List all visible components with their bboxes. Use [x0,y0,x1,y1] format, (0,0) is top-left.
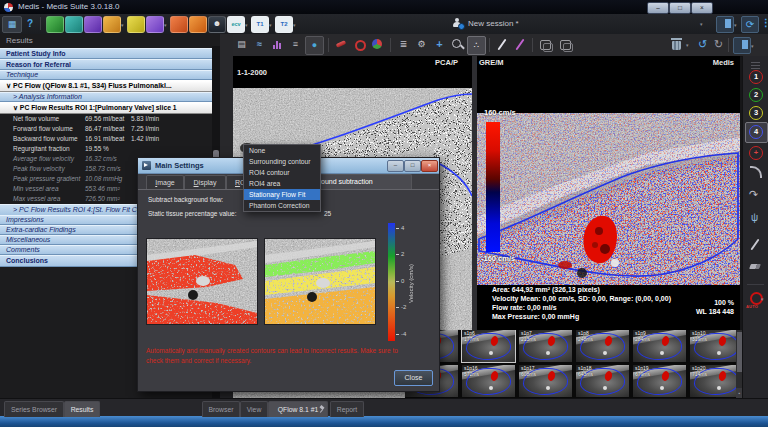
undo-icon[interactable]: ↺ [694,36,711,53]
zoom-icon[interactable] [449,36,466,53]
circle-roi-icon[interactable] [351,36,368,53]
tab-results[interactable]: Results [64,401,100,417]
app-icon-t1[interactable]: T1 [251,16,269,33]
medis-suite-home-button[interactable]: ▦ [2,16,22,33]
maximize-button[interactable]: □ [669,2,691,14]
right-viewport[interactable]: GRE/M Medis 160 cm/s -160 cm/s Area: 644… [477,56,740,330]
close-button[interactable]: × [691,2,713,14]
help-button[interactable]: ? [27,16,33,32]
pin-icon[interactable] [319,405,326,413]
app-icon-4[interactable] [103,16,121,33]
signal-curve-icon[interactable]: ≈ [251,36,268,53]
angle-measure-icon[interactable] [512,36,529,53]
toolbar-handle[interactable] [751,62,760,63]
chevron-down-icon[interactable]: ▾ [686,42,689,48]
chevron-down-icon[interactable]: ▾ [269,22,272,28]
chevron-down-icon[interactable]: ▾ [734,22,737,28]
dropdown-option-none[interactable]: None [244,145,320,156]
propagate-contours-icon[interactable]: ≣ [395,36,412,53]
dialog-maximize-button[interactable]: □ [404,160,421,172]
chevron-down-icon[interactable]: ▾ [761,296,764,302]
chevron-down-icon[interactable]: ▾ [164,22,167,28]
flip-rotate-icon[interactable]: ↷ [749,188,758,201]
chart-icon[interactable] [269,36,286,53]
sidebar-item-reason-for-referral[interactable]: Reason for Referral [0,59,218,70]
add-roi-button[interactable]: + [749,146,763,160]
tab-view[interactable]: View [240,401,268,417]
list-icon[interactable]: ≡ [287,36,304,53]
tab-series-browser[interactable]: Series Browser [4,401,64,417]
delete-trash-icon[interactable] [668,36,685,53]
thumbnail[interactable]: s1p18643ms [576,365,629,397]
app-icon-person[interactable]: ☻ [208,16,226,33]
chevron-down-icon[interactable]: ▾ [751,43,754,49]
roi1-button[interactable]: 1 [749,70,763,84]
filled-circle-icon[interactable]: ● [305,36,324,55]
sidebar-item-analysis-information[interactable]: > Analysis Information [0,92,225,102]
dialog-close-icon[interactable]: × [421,160,438,172]
app-icon-7[interactable] [170,16,188,33]
copy-all-contours-icon[interactable] [557,36,574,53]
dropdown-option-stationary-flow-fit[interactable]: Stationary Flow Fit [244,189,320,200]
app-icon-t2[interactable]: T2 [275,16,293,33]
draw-contour-icon[interactable] [333,36,350,53]
line-tool-icon[interactable] [750,239,759,251]
thumbnail[interactable]: s1p10319ms [690,330,736,362]
chevron-down-icon[interactable]: ▾ [245,22,248,28]
dropdown-option-roi4-contour[interactable]: ROI4 contour [244,167,320,178]
thumbnail[interactable]: s1p7213ms [519,330,572,362]
thumbnail[interactable]: s1p20714ms [690,365,736,397]
eraser-tool-icon[interactable] [749,264,761,269]
app-icon-8[interactable] [189,16,207,33]
pan-icon[interactable]: + [431,36,448,53]
tab-qflow[interactable]: QFlow 8.1 #1 [268,401,328,417]
app-icon-5[interactable] [127,16,145,33]
dropdown-option-phantom-correction[interactable]: Phantom Correction [244,200,320,211]
arc-tool-icon[interactable] [750,166,762,178]
layout-toggle-button[interactable] [716,16,734,33]
sidebar-item-pc-flow-results-roi1[interactable]: ∨ PC Flow Results ROI 1:[Pulmonary Valve… [0,102,225,114]
session-select[interactable]: New session * [468,14,519,34]
unwrap-velocity-icon[interactable]: ψ [751,212,758,223]
copy-contour-icon[interactable] [537,36,554,53]
sidebar-item-pc-flow[interactable]: ∨ PC Flow (QFlow 8.1 #1, S34) Fluss Pulm… [0,80,218,92]
app-icon-3[interactable] [84,16,102,33]
chevron-down-icon[interactable]: ▾ [293,22,296,28]
tab-display[interactable]: Display [184,175,226,189]
chevron-down-icon[interactable]: ▾ [121,22,124,28]
sync-session-button[interactable]: ⟳ [741,16,759,33]
thumbnail[interactable]: s1p16572ms [462,365,515,397]
viewport-layout-button[interactable] [733,37,751,54]
minimize-button[interactable]: – [647,2,669,14]
multi-roi-icon[interactable] [369,36,386,53]
dialog-minimize-button[interactable]: – [387,160,404,172]
thumbnail[interactable]: s1p9284ms [633,330,686,362]
roi3-button[interactable]: 3 [749,106,763,120]
app-icon-6[interactable] [146,16,164,33]
app-icon-ecv[interactable]: ecv [227,16,245,33]
tab-image[interactable]: Image [146,175,184,189]
scatter-tool-icon-active[interactable]: ∴ [467,36,486,55]
session-chevron-down-icon[interactable]: ▾ [700,21,703,27]
thumbnail[interactable]: s1p8248ms [576,330,629,362]
overflow-menu-button[interactable]: ⋮ [761,17,768,28]
app-icon-2[interactable] [65,16,83,33]
dialog-close-button[interactable]: Close [394,370,433,386]
thumbnail-selected[interactable]: s1p6177ms [462,330,515,362]
app-icon-1[interactable] [46,16,64,33]
redo-icon[interactable]: ↻ [710,36,727,53]
distance-measure-icon[interactable] [494,36,511,53]
thumbnail[interactable]: s1p19679ms [633,365,686,397]
sidebar-item-patient-study-info[interactable]: Patient Study Info [0,48,218,59]
thumbnail[interactable]: s1p17608ms [519,365,572,397]
settings-gear-icon[interactable]: ⚙ [413,36,430,53]
roi2-button[interactable]: 2 [749,88,763,102]
tab-report[interactable]: Report [330,401,364,417]
tab-browser[interactable]: Browser [202,401,240,417]
dropdown-option-roi4-area[interactable]: ROI4 area [244,178,320,189]
static-tissue-percentage-value[interactable]: 25 [324,210,331,217]
sidebar-item-technique[interactable]: Technique [0,70,218,80]
roi4-button[interactable]: 4 [749,125,763,139]
dropdown-option-surrounding-contour[interactable]: Surrounding contour [244,156,320,167]
layout-rows-icon[interactable]: ▤ [233,36,250,53]
